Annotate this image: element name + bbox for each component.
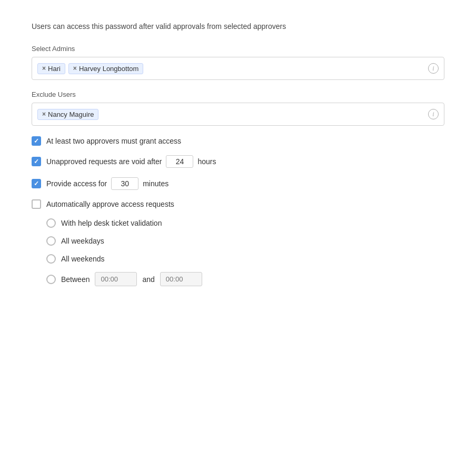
checkbox-unapproved-check: ✓ [34, 158, 39, 165]
checkbox-provide-access-label: Provide access for minutes [46, 177, 168, 190]
unapproved-label-after: hours [197, 157, 216, 166]
radio-all-weekdays[interactable] [46, 236, 56, 246]
tag-nancy-label: Nancy Maguire [48, 110, 94, 118]
radio-all-weekends-row: All weekends [32, 254, 444, 264]
checkbox-at-least-two-row: ✓ At least two approvers must grant acce… [32, 136, 444, 146]
checkbox-at-least-two-check: ✓ [34, 138, 39, 144]
tag-harvey[interactable]: × Harvey Longbottom [68, 63, 143, 74]
select-admins-info-icon[interactable]: i [428, 63, 439, 74]
unapproved-label-before: Unapproved requests are void after [46, 157, 162, 166]
radio-help-desk-row: With help desk ticket validation [32, 218, 444, 228]
tag-hari-remove[interactable]: × [42, 65, 46, 72]
radio-help-desk[interactable] [46, 218, 56, 228]
between-from-input[interactable] [95, 272, 137, 286]
select-admins-input[interactable]: × Hari × Harvey Longbottom i [32, 57, 444, 80]
exclude-users-input[interactable]: × Nancy Maguire i [32, 103, 444, 126]
checkbox-unapproved[interactable]: ✓ [32, 157, 41, 166]
radio-all-weekends-label: All weekends [61, 255, 105, 263]
description-text: Users can access this password after val… [32, 21, 444, 32]
radio-all-weekdays-label: All weekdays [61, 237, 104, 245]
radio-help-desk-label: With help desk ticket validation [61, 219, 162, 227]
checkbox-at-least-two[interactable]: ✓ [32, 136, 41, 146]
provide-access-label-after: minutes [143, 179, 168, 188]
select-admins-label: Select Admins [32, 45, 444, 53]
exclude-users-info-icon[interactable]: i [428, 109, 439, 119]
checkbox-provide-access-row: ✓ Provide access for minutes [32, 177, 444, 190]
radio-all-weekends[interactable] [46, 254, 56, 264]
select-admins-tags: × Hari × Harvey Longbottom [37, 63, 424, 74]
radio-between-label: Between [61, 275, 90, 284]
checkbox-unapproved-row: ✓ Unapproved requests are void after hou… [32, 155, 444, 168]
checkbox-auto-approve-label: Automatically approve access requests [46, 200, 174, 208]
checkbox-provide-access[interactable]: ✓ [32, 179, 41, 188]
checkbox-provide-access-check: ✓ [34, 180, 39, 187]
checkbox-auto-approve-row: Automatically approve access requests [32, 199, 444, 209]
provide-access-minutes-input[interactable] [111, 177, 138, 190]
tag-nancy-remove[interactable]: × [42, 110, 46, 118]
checkbox-auto-approve[interactable] [32, 199, 41, 209]
provide-access-label-before: Provide access for [46, 179, 107, 188]
checkbox-unapproved-label: Unapproved requests are void after hours [46, 155, 216, 168]
tag-harvey-remove[interactable]: × [73, 65, 77, 72]
radio-between[interactable] [46, 275, 56, 284]
radio-all-weekdays-row: All weekdays [32, 236, 444, 246]
unapproved-hours-input[interactable] [166, 155, 193, 168]
exclude-users-tags: × Nancy Maguire [37, 109, 424, 120]
radio-between-row: Between and [32, 272, 444, 286]
exclude-users-label: Exclude Users [32, 90, 444, 98]
checkbox-at-least-two-label: At least two approvers must grant access [46, 137, 181, 145]
tag-hari[interactable]: × Hari [37, 63, 65, 74]
between-to-input[interactable] [160, 272, 202, 286]
and-label: and [142, 275, 154, 284]
tag-harvey-label: Harvey Longbottom [79, 65, 138, 73]
tag-nancy[interactable]: × Nancy Maguire [37, 109, 98, 120]
tag-hari-label: Hari [48, 65, 61, 73]
